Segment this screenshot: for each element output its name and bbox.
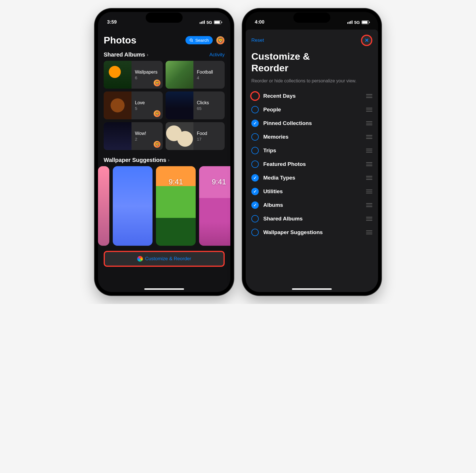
reset-button[interactable]: Reset bbox=[251, 37, 264, 43]
home-indicator[interactable] bbox=[144, 288, 184, 290]
profile-avatar[interactable]: 🦁 bbox=[216, 36, 225, 45]
album-name: Football bbox=[197, 70, 221, 75]
reorder-row[interactable]: Recent Days bbox=[251, 89, 372, 103]
wallpaper-suggestions-header[interactable]: Wallpaper Suggestions› bbox=[98, 154, 230, 166]
checkbox[interactable] bbox=[251, 215, 259, 222]
reorder-row[interactable]: ✓Pinned Collections bbox=[251, 116, 372, 130]
reorder-row[interactable]: Featured Photos bbox=[251, 157, 372, 171]
albums-grid: Wallpapers6 🦁 Football4 Love5 🦁 Clicks65… bbox=[98, 61, 230, 150]
status-right: 5G bbox=[347, 20, 369, 25]
status-time: 4:00 bbox=[255, 19, 264, 25]
drag-handle-icon[interactable] bbox=[366, 121, 372, 125]
drag-handle-icon[interactable] bbox=[366, 94, 372, 98]
search-button[interactable]: Search bbox=[185, 36, 213, 44]
status-time: 3:59 bbox=[107, 19, 117, 25]
wallpapers-row[interactable]: 9:41 9:41 bbox=[98, 166, 230, 246]
album-name: Clicks bbox=[197, 100, 221, 105]
drag-handle-icon[interactable] bbox=[366, 189, 372, 193]
svg-point-0 bbox=[190, 39, 192, 41]
row-label: Utilities bbox=[263, 188, 362, 195]
close-icon: ✕ bbox=[365, 37, 369, 43]
row-label: Memories bbox=[263, 134, 362, 140]
shared-albums-title: Shared Albums bbox=[104, 51, 145, 58]
photos-flower-icon bbox=[137, 256, 143, 262]
reorder-row[interactable]: Memories bbox=[251, 130, 372, 144]
album-card[interactable]: Love5 🦁 bbox=[104, 91, 163, 119]
wallpaper-card[interactable]: 9:41 bbox=[156, 166, 196, 246]
row-label: Trips bbox=[263, 147, 362, 154]
checkbox[interactable] bbox=[251, 161, 259, 168]
status-right: 5G bbox=[200, 20, 221, 25]
checkbox[interactable]: ✓ bbox=[251, 188, 259, 195]
row-label: Media Types bbox=[263, 175, 362, 181]
screen-right: 4:00 5G Reset ✕ Customize &Reorder Reord… bbox=[246, 12, 378, 292]
customize-label: Customize & Reorder bbox=[145, 256, 191, 262]
album-count: 5 bbox=[135, 106, 159, 111]
home-indicator[interactable] bbox=[292, 288, 332, 290]
checkmark-icon: ✓ bbox=[253, 189, 257, 194]
checkmark-icon: ✓ bbox=[253, 203, 257, 208]
checkbox[interactable] bbox=[251, 106, 259, 113]
drag-handle-icon[interactable] bbox=[366, 162, 372, 166]
wallpaper-card[interactable] bbox=[113, 166, 153, 246]
album-thumbnail bbox=[104, 91, 131, 119]
search-label: Search bbox=[195, 38, 209, 43]
album-name: Wallpapers bbox=[135, 70, 159, 75]
reorder-row[interactable]: Shared Albums bbox=[251, 212, 372, 226]
wallpaper-card[interactable]: 9:41 bbox=[199, 166, 230, 246]
chevron-right-icon: › bbox=[147, 52, 148, 57]
screen-left: 3:59 5G Photos Search 🦁 Shared Albums› A… bbox=[98, 12, 230, 292]
album-thumbnail bbox=[166, 122, 193, 150]
signal-icon bbox=[347, 20, 352, 24]
reorder-list: Recent DaysPeople✓Pinned CollectionsMemo… bbox=[246, 89, 378, 239]
album-card[interactable]: Food17 bbox=[166, 122, 225, 150]
drag-handle-icon[interactable] bbox=[366, 149, 372, 153]
album-card[interactable]: Wallpapers6 🦁 bbox=[104, 61, 163, 89]
drag-handle-icon[interactable] bbox=[366, 230, 372, 234]
battery-icon bbox=[362, 20, 369, 24]
reorder-row[interactable]: ✓Media Types bbox=[251, 171, 372, 185]
album-card[interactable]: Wow!2 🦁 bbox=[104, 122, 163, 150]
album-thumbnail bbox=[104, 122, 131, 150]
reorder-row[interactable]: ✓Utilities bbox=[251, 185, 372, 198]
signal-icon bbox=[200, 20, 205, 24]
album-name: Wow! bbox=[135, 131, 159, 136]
wallpaper-card[interactable] bbox=[98, 166, 109, 246]
album-card[interactable]: Football4 bbox=[166, 61, 225, 89]
checkbox[interactable] bbox=[251, 229, 259, 236]
row-label: Albums bbox=[263, 202, 362, 208]
checkbox[interactable]: ✓ bbox=[251, 120, 259, 127]
reorder-row[interactable]: Wallpaper Suggestions bbox=[251, 226, 372, 239]
reorder-row[interactable]: People bbox=[251, 103, 372, 116]
wallpaper-time: 9:41 bbox=[212, 178, 226, 186]
sheet-subtitle: Reorder or hide collections to personali… bbox=[246, 74, 378, 89]
phone-right: 4:00 5G Reset ✕ Customize &Reorder Reord… bbox=[242, 9, 381, 295]
svg-line-1 bbox=[192, 41, 193, 41]
checkbox[interactable] bbox=[251, 147, 259, 154]
album-card[interactable]: Clicks65 bbox=[166, 91, 225, 119]
drag-handle-icon[interactable] bbox=[366, 176, 372, 180]
album-name: Love bbox=[135, 100, 159, 105]
battery-icon bbox=[214, 20, 221, 24]
checkbox[interactable] bbox=[251, 133, 259, 141]
drag-handle-icon[interactable] bbox=[366, 135, 372, 139]
activity-link[interactable]: Activity bbox=[209, 52, 225, 58]
close-button[interactable]: ✕ bbox=[361, 35, 372, 46]
album-count: 2 bbox=[135, 137, 159, 141]
drag-handle-icon[interactable] bbox=[366, 108, 372, 112]
album-count: 4 bbox=[197, 75, 221, 80]
checkbox[interactable]: ✓ bbox=[251, 174, 259, 182]
checkbox[interactable] bbox=[250, 91, 260, 101]
reorder-row[interactable]: Trips bbox=[251, 144, 372, 157]
row-label: Pinned Collections bbox=[263, 120, 362, 126]
reorder-row[interactable]: ✓Albums bbox=[251, 198, 372, 212]
customize-reorder-button[interactable]: Customize & Reorder bbox=[104, 251, 225, 267]
dynamic-island bbox=[293, 12, 330, 23]
shared-albums-header[interactable]: Shared Albums› Activity bbox=[98, 49, 230, 61]
drag-handle-icon[interactable] bbox=[366, 203, 372, 207]
checkmark-icon: ✓ bbox=[253, 175, 257, 180]
chevron-right-icon: › bbox=[168, 158, 169, 163]
drag-handle-icon[interactable] bbox=[366, 217, 372, 221]
checkbox[interactable]: ✓ bbox=[251, 201, 259, 209]
album-name: Food bbox=[197, 131, 221, 136]
